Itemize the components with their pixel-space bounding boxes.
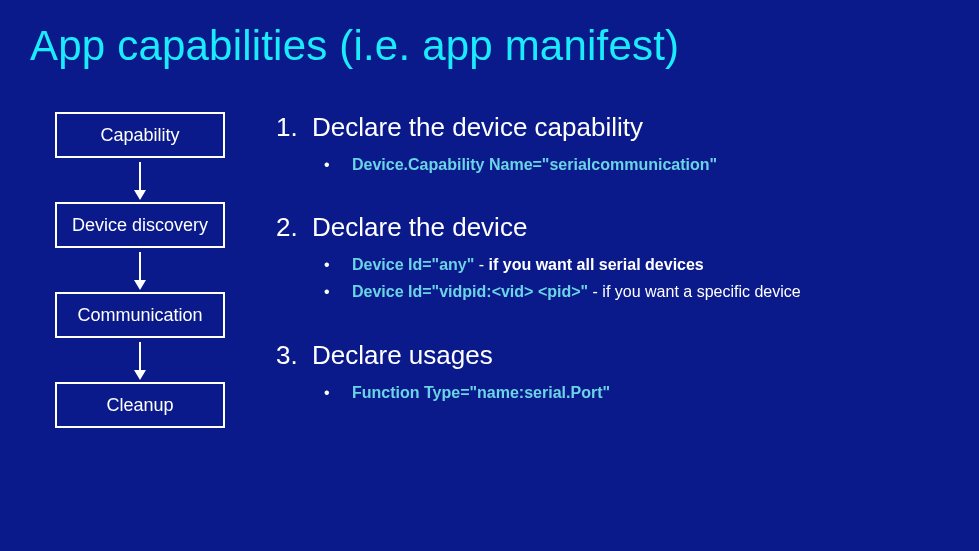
list-head-3: 3. Declare usages xyxy=(276,340,949,371)
sub-text: Device Id="vidpid:<vid> <pid>" - if you … xyxy=(352,278,801,305)
sub-text: Device Id="any" - if you want all serial… xyxy=(352,251,704,278)
sub-item: • Device Id="vidpid:<vid> <pid>" - if yo… xyxy=(324,278,949,305)
arrow-icon xyxy=(139,252,141,288)
sub-list-2: • Device Id="any" - if you want all seri… xyxy=(276,251,949,305)
sub-list-1: • Device.Capability Name="serialcommunic… xyxy=(276,151,949,178)
sub-item: • Function Type="name:serial.Port" xyxy=(324,379,949,406)
arrow-icon xyxy=(139,342,141,378)
sub-text: Function Type="name:serial.Port" xyxy=(352,379,610,406)
list-num: 1. xyxy=(276,112,298,143)
list-head-text: Declare the device xyxy=(312,212,527,243)
list-num: 3. xyxy=(276,340,298,371)
flow-diagram: Capability Device discovery Communicatio… xyxy=(30,112,240,440)
flow-box-device-discovery: Device discovery xyxy=(55,202,225,248)
desc: if you want all serial devices xyxy=(489,256,704,273)
sub-text: Device.Capability Name="serialcommunicat… xyxy=(352,151,717,178)
sub-item: • Device.Capability Name="serialcommunic… xyxy=(324,151,949,178)
desc: if you want a specific device xyxy=(602,283,800,300)
list-num: 2. xyxy=(276,212,298,243)
slide-title: App capabilities (i.e. app manifest) xyxy=(30,22,949,70)
list-head-text: Declare the device capability xyxy=(312,112,643,143)
sub-list-3: • Function Type="name:serial.Port" xyxy=(276,379,949,406)
arrow-icon xyxy=(139,162,141,198)
list-item-3: 3. Declare usages • Function Type="name:… xyxy=(276,340,949,406)
list-head-1: 1. Declare the device capability xyxy=(276,112,949,143)
sep: - xyxy=(474,256,488,273)
bullet-icon: • xyxy=(324,278,332,305)
main-list: 1. Declare the device capability • Devic… xyxy=(240,112,949,440)
slide: App capabilities (i.e. app manifest) Cap… xyxy=(0,0,979,551)
sep: - xyxy=(588,283,602,300)
slide-content: Capability Device discovery Communicatio… xyxy=(30,112,949,440)
flow-box-cleanup: Cleanup xyxy=(55,382,225,428)
flow-box-capability: Capability xyxy=(55,112,225,158)
list-head-text: Declare usages xyxy=(312,340,493,371)
bullet-icon: • xyxy=(324,251,332,278)
flow-box-communication: Communication xyxy=(55,292,225,338)
bullet-icon: • xyxy=(324,151,332,178)
code-span: Device Id="vidpid:<vid> <pid>" xyxy=(352,283,588,300)
code-span: Device Id="any" xyxy=(352,256,474,273)
sub-item: • Device Id="any" - if you want all seri… xyxy=(324,251,949,278)
list-item-2: 2. Declare the device • Device Id="any" … xyxy=(276,212,949,305)
list-item-1: 1. Declare the device capability • Devic… xyxy=(276,112,949,178)
list-head-2: 2. Declare the device xyxy=(276,212,949,243)
bullet-icon: • xyxy=(324,379,332,406)
